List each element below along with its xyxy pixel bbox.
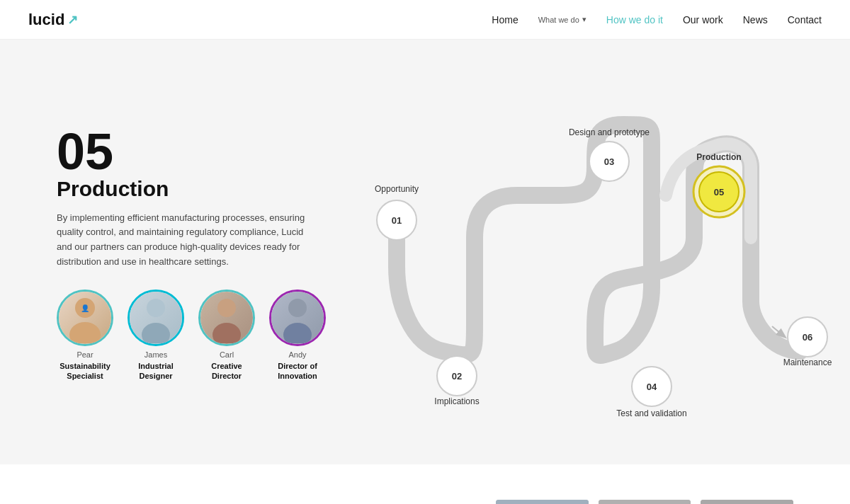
avatar-carl [198,290,255,346]
team-member-pear[interactable]: 👤 Pear Sustainability Specialist [57,290,113,382]
svg-rect-34 [701,500,793,504]
member-name-pear: Pear [57,350,113,359]
step-description: By implementing efficient manufacturing … [57,211,319,270]
nav-links: Home What we do ▾ How we do it Our work … [492,14,822,25]
bottom-left: What I do Click on the team member on th… [57,500,453,504]
svg-text:06: 06 [803,332,812,343]
navbar: lucid ↗ Home What we do ▾ How we do it O… [0,0,850,40]
member-role-james: Industrial Designer [128,361,184,382]
svg-point-3 [147,299,165,317]
member-name-carl: Carl [198,350,255,359]
hero-left: 05 Production By implementing efficient … [0,126,326,393]
logo-text: lucid [28,11,64,29]
svg-text:05: 05 [714,187,724,197]
hero-section: 05 Production By implementing efficient … [0,40,850,464]
svg-point-6 [212,323,241,343]
nav-what-we-do[interactable]: What we do ▾ [538,15,586,24]
step-title: Production [57,177,326,201]
svg-text:Design and prototype: Design and prototype [569,127,650,137]
svg-point-5 [217,299,236,317]
svg-point-7 [288,299,307,317]
avatar-pear: 👤 [57,290,113,346]
svg-rect-28 [599,500,691,504]
photo-person-2[interactable] [599,500,691,504]
member-name-james: James [128,350,184,359]
svg-text:02: 02 [452,371,462,382]
process-diagram: 01 Opportunity 02 Implications 03 Design… [326,82,850,436]
svg-text:Opportunity: Opportunity [375,184,419,194]
dropdown-arrow-icon: ▾ [582,15,586,24]
member-role-pear: Sustainability Specialist [57,361,113,382]
member-role-carl: Creative Director [198,361,255,382]
avatar-andy [269,290,326,346]
team-member-carl[interactable]: Carl Creative Director [198,290,255,382]
team-member-andy[interactable]: Andy Director of Innovation [269,290,326,382]
bottom-photos [496,500,793,504]
svg-text:Maintenance: Maintenance [783,357,832,367]
nav-contact[interactable]: Contact [788,14,822,25]
photo-person-3[interactable] [701,500,793,504]
diagram-svg: 01 Opportunity 02 Implications 03 Design… [333,82,843,436]
svg-text:Production: Production [696,152,741,162]
nav-home[interactable]: Home [492,14,518,25]
svg-point-4 [142,323,170,343]
svg-text:Implications: Implications [434,396,479,406]
nav-our-work[interactable]: Our work [683,14,723,25]
photo-person-1[interactable] [496,500,589,504]
nav-how-we-do-it[interactable]: How we do it [606,14,663,25]
avatar-james [128,290,184,346]
team-grid: 👤 Pear Sustainability Specialist [57,290,326,382]
svg-text:03: 03 [604,156,614,167]
step-number: 05 [57,126,326,177]
member-role-andy: Director of Innovation [269,361,326,382]
svg-point-1 [69,322,101,343]
svg-text:01: 01 [392,215,402,226]
svg-text:👤: 👤 [81,304,90,313]
svg-point-8 [283,323,312,343]
svg-text:04: 04 [647,382,657,392]
nav-news[interactable]: News [743,14,768,25]
team-member-james[interactable]: James Industrial Designer [128,290,184,382]
what-title: What I do [57,500,453,504]
bottom-section: What I do Click on the team member on th… [0,464,850,504]
logo-icon: ↗ [67,12,78,28]
logo[interactable]: lucid ↗ [28,11,78,29]
svg-rect-23 [496,500,589,504]
member-name-andy: Andy [269,350,326,359]
svg-text:Test and validation: Test and validation [616,408,686,418]
